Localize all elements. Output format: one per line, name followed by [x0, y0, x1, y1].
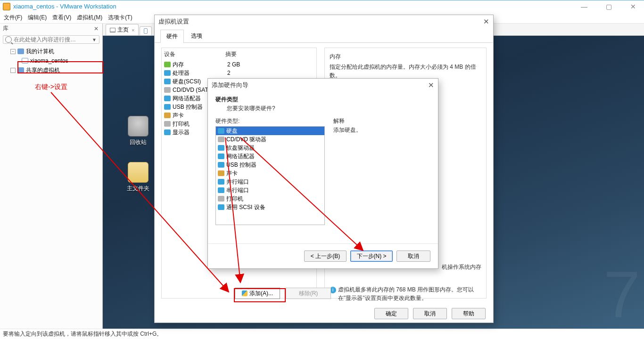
trash-icon: [128, 116, 149, 137]
wizard-explain-body: 添加硬盘。: [333, 126, 362, 134]
vm-icon: [144, 28, 148, 34]
hw-item-generic-scsi[interactable]: 通用 SCSI 设备: [216, 203, 324, 211]
hw-item-label: CD/DVD 驱动器: [226, 136, 266, 144]
home-icon: [110, 28, 116, 32]
printer-icon: [218, 196, 224, 202]
tree-root-my-computer[interactable]: − 我的计算机: [1, 47, 101, 56]
hw-item-label: 通用 SCSI 设备: [226, 203, 265, 211]
device-row-cpu[interactable]: 处理器2: [164, 69, 314, 77]
hardware-type-list[interactable]: 硬盘 CD/DVD 驱动器 软盘驱动器 网络适配器 USB 控制器 声卡 并行端…: [215, 126, 325, 225]
wizard-back-button[interactable]: < 上一步(B): [304, 250, 347, 262]
search-dropdown-icon[interactable]: ▼: [91, 37, 97, 42]
wizard-subtitle: 您要安装哪类硬件?: [215, 104, 430, 117]
app-icon: [3, 3, 10, 10]
search-icon: [5, 36, 12, 43]
hw-item-floppy[interactable]: 软盘驱动器: [216, 144, 324, 152]
device-row-memory[interactable]: 内存2 GB: [164, 60, 314, 69]
watermark-7: 7: [603, 256, 640, 332]
settings-cancel-button[interactable]: 取消: [413, 308, 447, 319]
desktop-trash[interactable]: 回收站: [122, 116, 155, 146]
menu-tabs[interactable]: 选项卡(T): [108, 14, 132, 22]
dialog-settings-close-icon[interactable]: ✕: [483, 17, 489, 26]
settings-ok-button[interactable]: 确定: [374, 308, 408, 319]
close-button[interactable]: ✕: [625, 3, 641, 10]
window-title: xiaoma_centos - VMware Workstation: [13, 3, 116, 10]
menu-edit[interactable]: 编辑(E): [28, 14, 47, 22]
maximize-button[interactable]: ▢: [601, 3, 617, 10]
tree-root-label: 我的计算机: [26, 48, 54, 56]
device-name: 内存: [173, 61, 225, 69]
device-summary: 2: [227, 70, 231, 76]
tab-home[interactable]: 主页 ×: [106, 24, 139, 35]
memory-icon: [164, 62, 171, 67]
cpu-icon: [164, 70, 171, 76]
device-header-summary: 摘要: [225, 50, 237, 58]
window-controls: — ▢ ✕: [576, 3, 641, 10]
printer-icon: [164, 121, 171, 127]
device-summary: 2 GB: [227, 61, 240, 68]
wizard-close-icon[interactable]: ✕: [428, 81, 434, 89]
annotation-vm-highlight: [17, 61, 103, 73]
statusbar: 要将输入定向到该虚拟机，请将鼠标指针移入其中或按 Ctrl+G。: [0, 329, 644, 339]
memory-description: 指定分配给此虚拟机的内存量。内存大小必须为 4 MB 的倍数。: [330, 63, 481, 80]
sidebar-title: 库: [3, 24, 8, 32]
usb-icon: [218, 162, 224, 168]
computer-icon: [17, 48, 24, 54]
hw-item-cddvd[interactable]: CD/DVD 驱动器: [216, 135, 324, 144]
sidebar-search[interactable]: ▼: [3, 35, 99, 44]
hw-item-label: 打印机: [226, 195, 243, 203]
hw-item-label: 并行端口: [226, 178, 249, 186]
tree-twisty-icon[interactable]: [10, 68, 16, 73]
wizard-explain-label: 解释: [333, 117, 362, 125]
menu-vm[interactable]: 虚拟机(M): [77, 14, 102, 22]
settings-tab-hardware[interactable]: 硬件: [160, 30, 184, 43]
tree-twisty-icon[interactable]: −: [10, 49, 16, 54]
serial-icon: [218, 187, 224, 193]
minimize-button[interactable]: —: [576, 3, 592, 10]
settings-help-button[interactable]: 帮助: [452, 308, 486, 319]
parallel-icon: [218, 179, 224, 185]
network-icon: [218, 153, 224, 159]
titlebar: xiaoma_centos - VMware Workstation — ▢ ✕: [0, 0, 644, 12]
device-header-name: 设备: [164, 50, 225, 58]
graphics-mem-note1: 虚拟机最多将此内存的 768 MB 用作图形内存。您可以: [338, 286, 474, 293]
desktop-trash-label: 回收站: [122, 138, 155, 146]
annotation-context-text: 右键->设置: [35, 83, 67, 91]
disc-icon: [164, 87, 171, 93]
hw-item-hard-disk[interactable]: 硬盘: [216, 127, 324, 135]
disc-icon: [218, 137, 224, 142]
settings-tab-options[interactable]: 选项: [185, 29, 208, 42]
hw-item-parallel[interactable]: 并行端口: [216, 178, 324, 186]
search-input[interactable]: [14, 36, 91, 43]
menu-view[interactable]: 查看(V): [52, 14, 71, 22]
tab-close-icon[interactable]: ×: [132, 27, 134, 33]
desktop-home-label: 主文件夹: [122, 185, 155, 193]
hw-item-label: USB 控制器: [226, 161, 256, 169]
dialog-settings-title: 虚拟机设置: [158, 17, 189, 26]
hw-item-sound[interactable]: 声卡: [216, 169, 324, 178]
hw-item-label: 网络适配器: [226, 153, 255, 161]
sound-icon: [164, 113, 171, 118]
hdd-icon: [164, 79, 171, 84]
dialog-add-hardware-wizard: 添加硬件向导 ✕ 硬件类型 您要安装哪类硬件? 硬件类型: 硬盘 CD/DVD …: [207, 78, 438, 269]
hw-item-label: 硬盘: [226, 127, 238, 135]
hw-item-serial[interactable]: 串行端口: [216, 186, 324, 194]
wizard-next-button[interactable]: 下一步(N) >: [350, 250, 393, 262]
menu-file[interactable]: 文件(F): [4, 14, 22, 22]
sidebar-close-icon[interactable]: ✕: [93, 25, 99, 32]
wizard-cancel-button[interactable]: 取消: [396, 250, 430, 262]
hw-item-printer[interactable]: 打印机: [216, 194, 324, 203]
tab-home-label: 主页: [117, 26, 129, 34]
device-name: 处理器: [173, 69, 225, 77]
desktop-home-folder[interactable]: 主文件夹: [122, 162, 155, 193]
remove-hardware-button[interactable]: 移除(R): [286, 288, 331, 299]
hw-item-usb[interactable]: USB 控制器: [216, 161, 324, 169]
wizard-header: 硬件类型: [215, 96, 430, 104]
status-text: 要将输入定向到该虚拟机，请将鼠标指针移入其中或按 Ctrl+G。: [3, 330, 162, 338]
hw-item-network[interactable]: 网络适配器: [216, 152, 324, 161]
hdd-icon: [218, 128, 224, 134]
tab-vm[interactable]: [140, 26, 152, 35]
hardware-type-label: 硬件类型:: [215, 117, 325, 125]
hw-item-label: 软盘驱动器: [226, 144, 255, 152]
sound-icon: [218, 170, 224, 176]
